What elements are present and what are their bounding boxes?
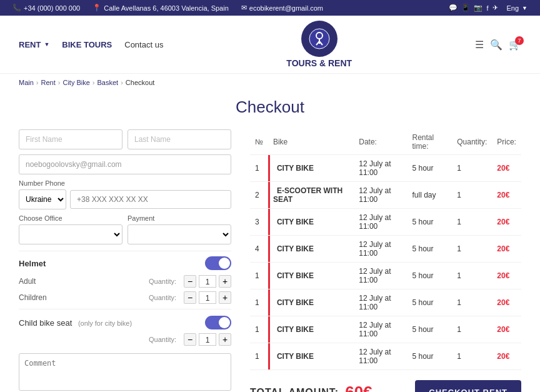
email-row — [19, 154, 231, 174]
office-select[interactable] — [19, 224, 122, 244]
child-bike-toggle[interactable] — [205, 316, 231, 329]
child-bike-sublabel: (only for city bike) — [78, 319, 132, 327]
breadcrumb-sep: › — [36, 79, 39, 86]
nav-rent[interactable]: RENT ▼ — [19, 40, 49, 49]
adult-qty-plus[interactable]: + — [219, 275, 231, 288]
whatsapp-icon[interactable]: 💬 — [449, 4, 458, 12]
child-bike-qty-value: 1 — [199, 333, 216, 346]
breadcrumb-basket[interactable]: Basket — [98, 79, 119, 86]
top-bar-phone: 📞 +34 (000) 000 000 — [12, 4, 80, 12]
table-row: 1 CITY BIKE 12 July at 11:00 5 hour 1 20… — [250, 316, 521, 343]
children-qty-label: Quantity: — [149, 294, 176, 301]
adult-qty-minus[interactable]: − — [184, 275, 196, 288]
table-row: 2 E-SCOOTER WITH SEAT 12 July at 11:00 f… — [250, 182, 521, 209]
payment-select[interactable] — [128, 224, 231, 244]
search-icon[interactable]: 🔍 — [490, 39, 502, 51]
comment-field[interactable] — [19, 353, 231, 391]
table-header-row: № Bike Date: Rental time: Quantity: Pric… — [250, 129, 521, 155]
child-bike-qty-plus[interactable]: + — [219, 333, 231, 346]
helmet-row: Helmet — [19, 256, 231, 270]
total-label: TOTAL AMOUNT: — [250, 387, 339, 393]
payment-select-wrapper — [128, 224, 231, 244]
col-rental: Rental time: — [408, 129, 452, 155]
instagram-icon[interactable]: 📷 — [474, 4, 482, 12]
child-bike-qty-minus[interactable]: − — [184, 333, 196, 346]
facebook-icon[interactable]: f — [486, 4, 488, 12]
cart-icon-wrapper[interactable]: 🛒 7 — [509, 39, 521, 51]
email-field[interactable] — [19, 154, 231, 174]
logo: TOURS & RENT — [286, 21, 352, 68]
lang-selector[interactable]: Eng ▼ — [507, 4, 528, 12]
last-name-field[interactable] — [128, 129, 231, 149]
first-name-field[interactable] — [19, 129, 122, 149]
child-bike-qty-label: Quantity: — [149, 336, 176, 343]
col-qty: Quantity: — [452, 129, 492, 155]
col-num: № — [250, 129, 268, 155]
children-qty-row: Children Quantity: − 1 + — [19, 291, 231, 304]
tripadvisor-icon[interactable]: ✈ — [492, 4, 498, 12]
main-content: Checkout Number Phone Ukraine Spain Choo… — [0, 91, 540, 392]
helmet-toggle-thumb — [219, 258, 230, 269]
office-payment-row — [19, 224, 231, 244]
table-row: 3 CITY BIKE 12 July at 11:00 5 hour 1 20… — [250, 209, 521, 236]
breadcrumb-current: Checkout — [126, 79, 154, 86]
table-row: 1 CITY BIKE 12 July at 11:00 5 hour 1 20… — [250, 155, 521, 182]
children-label: Children — [19, 293, 47, 302]
breadcrumb-rent[interactable]: Rent — [41, 79, 56, 86]
children-qty-minus[interactable]: − — [184, 291, 196, 304]
header-icons: ☰ 🔍 🛒 7 — [475, 39, 521, 51]
logo-circle — [301, 21, 338, 57]
phone-field[interactable] — [70, 190, 231, 209]
top-bar-address: 📍 Calle Avellanas 6, 46003 Valencia, Spa… — [92, 4, 229, 12]
breadcrumb-city-bike[interactable]: City Bike — [62, 79, 89, 86]
helmet-toggle[interactable] — [205, 256, 231, 270]
office-select-wrapper — [19, 224, 122, 244]
top-bar: 📞 +34 (000) 000 000 📍 Calle Avellanas 6,… — [0, 0, 540, 16]
number-phone-label: Number Phone — [19, 179, 231, 187]
divider-1 — [19, 251, 231, 251]
breadcrumb-sep: › — [121, 79, 123, 86]
checkout-layout: Number Phone Ukraine Spain Choose Office… — [19, 129, 521, 392]
menu-icon[interactable]: ☰ — [475, 39, 484, 51]
adult-qty-label: Quantity: — [149, 278, 176, 285]
child-bike-toggle-thumb — [219, 317, 230, 328]
phone-row: Ukraine Spain — [19, 189, 231, 209]
child-bike-qty-row: Quantity: − 1 + — [19, 333, 231, 346]
breadcrumb-sep: › — [92, 79, 95, 86]
children-qty-value: 1 — [199, 291, 216, 304]
children-qty-plus[interactable]: + — [219, 291, 231, 304]
social-icons: 💬 📱 📷 f ✈ — [449, 4, 498, 12]
child-bike-row: Child bike seat (only for city bike) — [19, 316, 231, 329]
phone-social-icon[interactable]: 📱 — [461, 4, 470, 12]
table-row: 1 CITY BIKE 12 July at 11:00 5 hour 1 20… — [250, 289, 521, 316]
breadcrumb: Main › Rent › City Bike › Basket › Check… — [0, 74, 540, 91]
nav-left: RENT ▼ BIKE TOURS Contact us — [19, 40, 163, 49]
top-bar-email: ✉ ecobikerent@gmail.com — [241, 4, 323, 12]
child-bike-qty-controls: − 1 + — [184, 333, 231, 346]
total-row: TOTAL AMOUNT: 60€ CHECKOUT RENT — [250, 380, 521, 392]
adult-qty-row: Adult Quantity: − 1 + — [19, 275, 231, 288]
office-payment-labels: Choose Office Payment — [19, 214, 231, 222]
logo-title: TOURS & RENT — [286, 58, 352, 68]
adult-qty-controls: − 1 + — [184, 275, 231, 288]
checkout-table: № Bike Date: Rental time: Quantity: Pric… — [250, 129, 521, 392]
top-bar-right: 💬 📱 📷 f ✈ Eng ▼ — [449, 4, 528, 12]
col-bike: Bike — [268, 129, 354, 155]
country-select[interactable]: Ukraine Spain — [19, 189, 66, 209]
divider-2 — [19, 309, 231, 309]
header: RENT ▼ BIKE TOURS Contact us TOURS & REN… — [0, 16, 540, 74]
table-row: 4 CITY BIKE 12 July at 11:00 5 hour 1 20… — [250, 236, 521, 263]
child-bike-label: Child bike seat — [19, 318, 72, 328]
page-title: Checkout — [19, 98, 521, 117]
checkout-form: Number Phone Ukraine Spain Choose Office… — [19, 129, 231, 392]
rent-chevron: ▼ — [44, 41, 49, 48]
table-row: 1 CITY BIKE 12 July at 11:00 5 hour 1 20… — [250, 343, 521, 370]
adult-label: Adult — [19, 277, 36, 286]
breadcrumb-main[interactable]: Main — [19, 79, 34, 86]
location-icon: 📍 — [92, 4, 101, 12]
nav-bike-tours[interactable]: BIKE TOURS — [62, 40, 112, 49]
nav-contact[interactable]: Contact us — [124, 40, 163, 49]
order-table: № Bike Date: Rental time: Quantity: Pric… — [250, 129, 521, 370]
checkout-rent-button[interactable]: CHECKOUT RENT — [415, 380, 521, 392]
breadcrumb-sep: › — [58, 79, 61, 86]
